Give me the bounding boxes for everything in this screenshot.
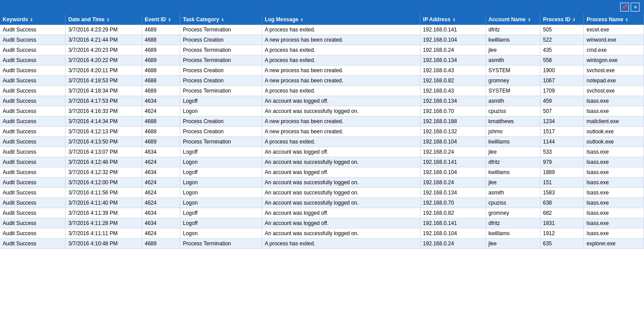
cell-processid: 979 — [540, 157, 584, 167]
cell-ipaddress: 192.168.0.82 — [420, 208, 486, 218]
col-header-processname[interactable]: Process Name⇕ — [584, 14, 644, 25]
table-row[interactable]: Audit Success3/7/2016 4:13:07 PM4634Logo… — [0, 147, 644, 157]
table-row[interactable]: Audit Success3/7/2016 4:14:34 PM4688Proc… — [0, 116, 644, 127]
table-row[interactable]: Audit Success3/7/2016 4:20:22 PM4689Proc… — [0, 55, 644, 66]
table-row[interactable]: Audit Success3/7/2016 4:23:29 PM4689Proc… — [0, 25, 644, 35]
cell-keywords: Audit Success — [0, 127, 66, 137]
col-header-taskcategory[interactable]: Task Category⇕ — [180, 14, 262, 25]
cell-keywords: Audit Success — [0, 86, 66, 96]
cell-eventid: 4624 — [142, 229, 180, 239]
table-row[interactable]: Audit Success3/7/2016 4:13:50 PM4689Proc… — [0, 137, 644, 147]
table-row[interactable]: Audit Success3/7/2016 4:16:33 PM4624Logo… — [0, 106, 644, 116]
col-header-eventid[interactable]: Event ID⇕ — [142, 14, 180, 25]
cell-keywords: Audit Success — [0, 66, 66, 76]
cell-processid: 1583 — [540, 188, 584, 198]
cell-logmessage: An account was successfully logged on. — [262, 178, 420, 188]
sort-icon: ⇕ — [625, 18, 629, 22]
cell-eventid: 4689 — [142, 137, 180, 147]
cell-keywords: Audit Success — [0, 178, 66, 188]
table-row[interactable]: Audit Success3/7/2016 4:18:34 PM4689Proc… — [0, 86, 644, 96]
sort-icon: ⇕ — [572, 18, 576, 22]
table-row[interactable]: Audit Success3/7/2016 4:12:00 PM4624Logo… — [0, 178, 644, 188]
cell-datetime: 3/7/2016 4:12:00 PM — [66, 178, 142, 188]
table-row[interactable]: Audit Success3/7/2016 4:11:56 PM4624Logo… — [0, 188, 644, 198]
col-header-logmessage[interactable]: Log Message⇕ — [262, 14, 420, 25]
cell-processid: 1900 — [540, 66, 584, 76]
cell-processname: cmd.exe — [584, 45, 644, 55]
table-row[interactable]: Audit Success3/7/2016 4:11:40 PM4624Logo… — [0, 198, 644, 208]
cell-accountname: jlee — [486, 147, 540, 157]
cell-logmessage: An account was successfully logged on. — [262, 198, 420, 208]
cell-ipaddress: 192.168.0.134 — [420, 188, 486, 198]
cell-taskcategory: Process Termination — [180, 25, 262, 35]
cell-keywords: Audit Success — [0, 218, 66, 229]
sort-icon: ⇕ — [221, 18, 224, 22]
cell-eventid: 4688 — [142, 116, 180, 127]
cell-accountname: kwilliams — [486, 137, 540, 147]
cell-processname: excel.exe — [584, 25, 644, 35]
cell-ipaddress: 192.168.0.134 — [420, 55, 486, 66]
sort-icon: ⇕ — [30, 18, 33, 22]
col-header-processid[interactable]: Process ID⇕ — [540, 14, 584, 25]
cell-ipaddress: 192.168.0.141 — [420, 25, 486, 35]
cell-keywords: Audit Success — [0, 25, 66, 35]
close-button[interactable]: ✕ — [631, 3, 640, 12]
cell-accountname: cpuziss — [486, 106, 540, 116]
title-bar: 📌 ✕ — [0, 0, 644, 14]
cell-accountname: kwilliams — [486, 167, 540, 178]
cell-keywords: Audit Success — [0, 208, 66, 218]
cell-datetime: 3/7/2016 4:20:22 PM — [66, 55, 142, 66]
cell-eventid: 4689 — [142, 45, 180, 55]
cell-keywords: Audit Success — [0, 137, 66, 147]
col-header-keywords[interactable]: Keywords⇕ — [0, 14, 66, 25]
cell-datetime: 3/7/2016 4:12:46 PM — [66, 157, 142, 167]
table-row[interactable]: Audit Success3/7/2016 4:20:11 PM4688Proc… — [0, 66, 644, 76]
col-header-datetime[interactable]: Date and Time⇕ — [66, 14, 142, 25]
table-row[interactable]: Audit Success3/7/2016 4:11:28 PM4634Logo… — [0, 218, 644, 229]
table-row[interactable]: Audit Success3/7/2016 4:17:53 PM4634Logo… — [0, 96, 644, 106]
cell-accountname: dfritz — [486, 25, 540, 35]
cell-ipaddress: 192.168.0.24 — [420, 45, 486, 55]
cell-taskcategory: Logoff — [180, 218, 262, 229]
cell-logmessage: A process has exited. — [262, 86, 420, 96]
table-row[interactable]: Audit Success3/7/2016 4:12:32 PM4634Logo… — [0, 167, 644, 178]
cell-accountname: jshmo — [486, 127, 540, 137]
cell-eventid: 4624 — [142, 178, 180, 188]
table-row[interactable]: Audit Success3/7/2016 4:12:13 PM4688Proc… — [0, 127, 644, 137]
cell-taskcategory: Logon — [180, 157, 262, 167]
cell-ipaddress: 192.168.0.104 — [420, 167, 486, 178]
cell-logmessage: An account was successfully logged on. — [262, 106, 420, 116]
table-row[interactable]: Audit Success3/7/2016 4:18:53 PM4688Proc… — [0, 76, 644, 86]
cell-eventid: 4689 — [142, 86, 180, 96]
table-row[interactable]: Audit Success3/7/2016 4:20:23 PM4689Proc… — [0, 45, 644, 55]
cell-processname: lsass.exe — [584, 229, 644, 239]
cell-datetime: 3/7/2016 4:12:13 PM — [66, 127, 142, 137]
cell-processid: 1831 — [540, 218, 584, 229]
cell-datetime: 3/7/2016 4:18:34 PM — [66, 86, 142, 96]
table-row[interactable]: Audit Success3/7/2016 4:11:11 PM4624Logo… — [0, 229, 644, 239]
cell-accountname: asmith — [486, 96, 540, 106]
cell-keywords: Audit Success — [0, 157, 66, 167]
cell-datetime: 3/7/2016 4:17:53 PM — [66, 96, 142, 106]
cell-eventid: 4688 — [142, 35, 180, 45]
table-row[interactable]: Audit Success3/7/2016 4:21:44 PM4688Proc… — [0, 35, 644, 45]
cell-processname: lsass.exe — [584, 198, 644, 208]
cell-processid: 522 — [540, 35, 584, 45]
cell-processid: 1517 — [540, 127, 584, 137]
cell-processid: 1889 — [540, 167, 584, 178]
cell-ipaddress: 192.168.0.141 — [420, 157, 486, 167]
cell-logmessage: A new process has been created. — [262, 66, 420, 76]
table-row[interactable]: Audit Success3/7/2016 4:10:48 PM4689Proc… — [0, 239, 644, 249]
cell-processname: winword.exe — [584, 35, 644, 45]
cell-keywords: Audit Success — [0, 229, 66, 239]
cell-datetime: 3/7/2016 4:21:44 PM — [66, 35, 142, 45]
cell-processid: 1234 — [540, 116, 584, 127]
pin-button[interactable]: 📌 — [620, 3, 629, 12]
cell-keywords: Audit Success — [0, 96, 66, 106]
cell-keywords: Audit Success — [0, 55, 66, 66]
table-row[interactable]: Audit Success3/7/2016 4:12:46 PM4624Logo… — [0, 157, 644, 167]
cell-processid: 635 — [540, 239, 584, 249]
table-row[interactable]: Audit Success3/7/2016 4:11:39 PM4634Logo… — [0, 208, 644, 218]
col-header-ipaddress[interactable]: IP Address⇕ — [420, 14, 486, 25]
col-header-accountname[interactable]: Account Name⇕ — [486, 14, 540, 25]
